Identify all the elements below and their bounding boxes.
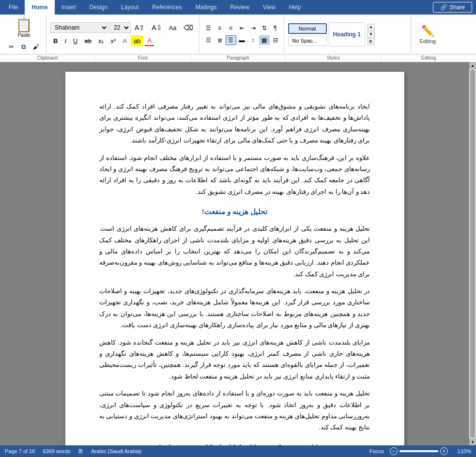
paragraph-cb-1: تحلیل هزینه و منفعت یکی از ابزارهای کلید…	[99, 223, 370, 280]
paragraph-cb-4: تحلیل هزینه و منفعت باید به صورت دوره‌ای…	[99, 388, 370, 433]
word-count: 6369 words	[43, 448, 70, 454]
editing-group: ✏️ Editing	[412, 16, 444, 53]
share-button[interactable]: 🔗 Share	[433, 2, 472, 13]
heading-cost-benefit: تحلیل هزینه و منفعت!	[99, 205, 370, 218]
paste-label: Paste	[18, 32, 31, 38]
font-section-label: Font	[95, 55, 191, 62]
shading-button[interactable]: ▦	[259, 35, 270, 45]
text-effects-button[interactable]: A	[120, 35, 130, 46]
styles-scroll-up[interactable]: ▲	[367, 24, 375, 31]
ribbon-sections: Clipboard Font Paragraph Styles Editing	[0, 54, 476, 62]
shrink-font-button[interactable]: A⇩	[149, 22, 165, 33]
document-container: ایجاد برنامه‌های تشویقی و مشوق‌های مالی …	[0, 62, 476, 445]
zoom-in-button[interactable]: +	[440, 447, 448, 455]
tab-home[interactable]: Home	[25, 0, 54, 15]
paragraph-cb-2: در تحلیل هزینه و منفعت، باید هزینه‌های س…	[99, 285, 370, 331]
font-color-button[interactable]: A	[144, 35, 154, 46]
align-right-button[interactable]: ☰	[226, 35, 236, 45]
justify-button[interactable]: ▬	[237, 35, 247, 45]
font-name-select[interactable]: Shabnam	[50, 22, 108, 33]
font-size-select[interactable]: 22	[109, 22, 131, 33]
paragraph-2: علاوه بر این، فرهنگ‌سازی باید به صورت مس…	[99, 152, 370, 198]
clear-format-button[interactable]: ⌫	[181, 22, 196, 33]
paste-button[interactable]: 📋 Paste	[12, 16, 36, 40]
language-icon: 🖹	[78, 448, 83, 454]
bullets-button[interactable]: ☰	[203, 23, 214, 33]
styles-section-label: Styles	[286, 55, 381, 62]
toolbar: 📋 Paste ✂ ⧉ 🖌 Shabnam 22 A⇧ A⇩ Aa ⌫ B I …	[0, 15, 476, 54]
scroll-up-button[interactable]: ▲	[469, 62, 476, 69]
text-highlight-button[interactable]: ab	[131, 35, 143, 46]
styles-expand[interactable]: ⊞	[367, 38, 375, 45]
tab-help[interactable]: Help	[282, 0, 308, 15]
document-page[interactable]: ایجاد برنامه‌های تشویقی و مشوق‌های مالی …	[65, 72, 404, 445]
editing-section-label: Editing	[381, 55, 476, 62]
multilevel-button[interactable]: ≡	[226, 23, 236, 33]
numbering-button[interactable]: ≡	[215, 23, 225, 33]
tab-insert[interactable]: Insert	[55, 0, 83, 15]
page-info: Page 7 of 16	[5, 448, 35, 454]
align-center-button[interactable]: ≣	[215, 35, 225, 45]
status-bar: Page 7 of 16 6369 words 🖹 Arabic (Saudi …	[0, 445, 476, 457]
paragraph-group: ☰ ≡ ≡ ⇤ ⇥ ⇅ ¶ ☰ ≣ ☰ ▬ ↕ ▦ ⊟	[200, 16, 284, 53]
border-button[interactable]: ⊟	[270, 35, 281, 45]
copy-button[interactable]: ⧉	[18, 42, 29, 52]
style-no-spacing[interactable]: No Spac...	[288, 36, 327, 46]
paste-icon: 📋	[15, 18, 32, 32]
tab-file[interactable]: File	[2, 0, 25, 15]
strikethrough-button[interactable]: ab	[81, 35, 94, 46]
bold-button[interactable]: B	[50, 35, 61, 46]
styles-group: Normal No Spac... Heading 1 ▲ ▼ ⊞	[285, 16, 411, 53]
tab-references[interactable]: References	[145, 0, 188, 15]
change-case-button[interactable]: Aa	[166, 22, 180, 33]
focus-button[interactable]: Focus	[369, 448, 384, 454]
superscript-button[interactable]: x²	[107, 35, 119, 46]
tab-view[interactable]: View	[256, 0, 282, 15]
clipboard-group: 📋 Paste ✂ ⧉ 🖌	[2, 16, 46, 53]
line-spacing-button[interactable]: ↕	[248, 35, 259, 45]
language-label: Arabic (Saudi Arabia)	[91, 448, 141, 454]
decrease-indent-button[interactable]: ⇤	[237, 23, 247, 33]
paragraph-1: ایجاد برنامه‌های تشویقی و مشوق‌های مالی …	[99, 101, 370, 146]
status-right: Focus − + 110%	[369, 447, 471, 455]
scroll-thumb[interactable]	[470, 70, 475, 438]
italic-button[interactable]: I	[61, 35, 69, 46]
tab-layout[interactable]: Layout	[114, 0, 145, 15]
share-icon: 🔗	[440, 4, 447, 11]
align-left-button[interactable]: ☰	[203, 35, 214, 45]
paragraph-section-label: Paragraph	[191, 55, 286, 62]
heading-advantages: مزایای ورود به کسب و کار راهکارهای کاهش …	[99, 441, 370, 445]
tab-mailings[interactable]: Mailings	[188, 0, 223, 15]
show-hide-button[interactable]: ¶	[270, 23, 281, 33]
editing-button[interactable]: ✏️ Editing	[415, 23, 441, 46]
zoom-level[interactable]: 110%	[454, 448, 471, 454]
cut-button[interactable]: ✂	[6, 42, 17, 52]
document-scroll[interactable]: ایجاد برنامه‌های تشویقی و مشوق‌های مالی …	[0, 62, 469, 445]
styles-scroll-down[interactable]: ▼	[367, 31, 375, 38]
underline-button[interactable]: U	[70, 35, 80, 46]
subscript-button[interactable]: x₂	[95, 35, 107, 46]
zoom-out-button[interactable]: −	[390, 447, 398, 455]
paragraph-cb-3: مزایای بلندمدت ناشی از کاهش هزینه‌های ان…	[99, 337, 370, 382]
format-painter-button[interactable]: 🖌	[30, 42, 42, 52]
tab-review[interactable]: Review	[223, 0, 256, 15]
style-heading1[interactable]: Heading 1	[329, 22, 365, 47]
clipboard-section-label: Clipboard	[0, 55, 95, 62]
zoom-slider[interactable]	[399, 450, 438, 452]
style-normal[interactable]: Normal	[288, 23, 327, 34]
grow-font-button[interactable]: A⇧	[132, 22, 148, 33]
scroll-down-button[interactable]: ▼	[469, 439, 476, 445]
vertical-scrollbar[interactable]: ▲ ▼	[469, 62, 476, 445]
styles-scroll: ▲ ▼ ⊞	[367, 24, 375, 45]
editing-icon: ✏️	[421, 25, 434, 37]
tab-design[interactable]: Design	[83, 0, 114, 15]
increase-indent-button[interactable]: ⇥	[248, 23, 259, 33]
sort-button[interactable]: ⇅	[259, 23, 270, 33]
tab-row: File Home Insert Design Layout Reference…	[0, 0, 476, 15]
font-group: Shabnam 22 A⇧ A⇩ Aa ⌫ B I U ab x₂ x² A a…	[47, 16, 200, 53]
